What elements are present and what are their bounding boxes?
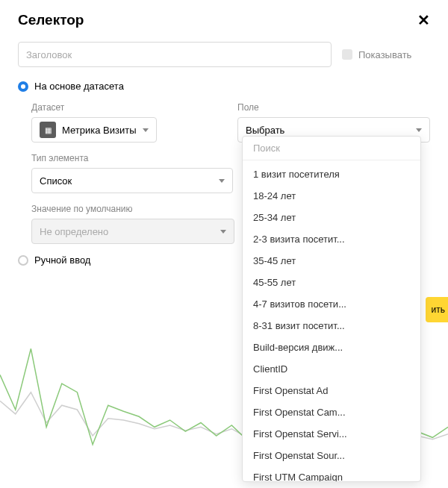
dropdown-item[interactable]: 45-55 лет [243,272,420,293]
radio-dataset-label: На основе датасета [34,81,124,92]
dropdown-item[interactable]: 1 визит посетителя [243,163,420,185]
dropdown-item[interactable]: 8-31 визит посетит... [243,315,420,337]
table-icon: ▦ [40,122,56,138]
dropdown-item[interactable]: 35-45 лет [243,250,420,272]
dropdown-item[interactable]: First Openstat Servi... [243,423,420,445]
dropdown-item[interactable]: First Openstat Ad [243,380,420,401]
title-input[interactable] [18,42,332,67]
field-value: Выбрать [246,125,284,136]
dropdown-item[interactable]: ClientID [243,358,420,380]
show-label: Показывать [358,49,411,60]
element-type-select[interactable]: Список [31,168,233,193]
dropdown-item[interactable]: 2-3 визита посетит... [243,228,420,250]
checkbox-icon [342,49,352,60]
default-value-label: Значение по умолчанию [31,204,234,214]
radio-selected-icon [18,81,28,92]
dropdown-item[interactable]: 18-24 лет [243,185,420,207]
radio-icon [18,255,28,266]
show-toggle[interactable]: Показывать [342,49,411,60]
dropdown-item[interactable]: First Openstat Cam... [243,401,420,423]
dropdown-item[interactable]: 4-7 визитов посети... [243,293,420,315]
dataset-value: Метрика Визиты [62,125,137,136]
close-icon[interactable]: ✕ [417,13,430,28]
field-label: Поле [237,102,430,113]
default-value-select: Не определено [31,219,234,244]
field-dropdown: Поиск 1 визит посетителя18-24 лет25-34 л… [242,136,421,482]
dropdown-item[interactable]: 25-34 лет [243,207,420,228]
dropdown-item[interactable]: Build-версия движ... [243,337,420,358]
dropdown-search[interactable]: Поиск [243,137,420,160]
chevron-down-icon [220,230,226,234]
dropdown-item[interactable]: First UTM Campaign [243,466,420,481]
chevron-down-icon [143,128,149,132]
element-type-value: Список [40,175,72,187]
dataset-select[interactable]: ▦ Метрика Визиты [31,117,157,143]
dropdown-list[interactable]: 1 визит посетителя18-24 лет25-34 лет2-3 … [243,160,420,481]
chevron-down-icon [416,128,422,132]
panel-title: Селектор [18,12,84,28]
chevron-down-icon [219,179,225,183]
dropdown-item[interactable]: First Openstat Sour... [243,445,420,466]
radio-manual-label: Ручной ввод [34,254,90,266]
submit-button[interactable]: ить [426,297,448,322]
default-value: Не определено [40,226,108,237]
dataset-label: Датасет [31,102,224,113]
radio-dataset[interactable]: На основе датасета [18,81,430,92]
